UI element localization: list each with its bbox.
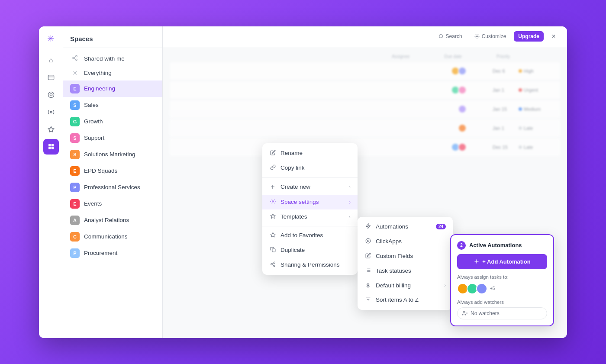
menu-item-sharing[interactable]: Sharing & Permissions bbox=[262, 258, 358, 272]
menu-item-label: Copy link bbox=[280, 164, 305, 171]
spaces-icon[interactable] bbox=[43, 139, 59, 155]
customfields-icon bbox=[364, 253, 371, 260]
menu-item-clickapps[interactable]: ClickApps bbox=[358, 234, 453, 249]
goals-icon[interactable] bbox=[43, 87, 59, 103]
customize-icon bbox=[474, 34, 480, 39]
menu-item-label: Templates bbox=[280, 213, 307, 220]
sidebar-item-events[interactable]: E Events bbox=[63, 196, 162, 212]
sidebar-item-label: Events bbox=[84, 200, 102, 207]
space-letter-icon: S bbox=[70, 133, 80, 143]
menu-item-automations[interactable]: Automations 24 bbox=[358, 219, 453, 234]
app-window: ✳ ⌂ Spaces Shared with me ✳ Everyt bbox=[39, 26, 567, 338]
svg-point-14 bbox=[439, 35, 442, 38]
menu-item-customfields[interactable]: Custom Fields bbox=[358, 249, 453, 264]
col-duedate: Due date bbox=[444, 54, 462, 59]
panel-header: 2 Active Automations bbox=[457, 241, 547, 250]
icon-sidebar: ✳ ⌂ bbox=[39, 26, 63, 338]
top-bar: Search Customize Upgrade ✕ bbox=[163, 26, 567, 47]
sidebar-item-growth[interactable]: G Growth bbox=[63, 113, 162, 130]
svg-rect-6 bbox=[51, 144, 53, 146]
add-automation-label: + Add Automation bbox=[482, 258, 530, 265]
app-logo: ✳ bbox=[47, 33, 55, 44]
duplicate-icon bbox=[269, 247, 276, 254]
home-icon[interactable]: ⌂ bbox=[43, 52, 59, 68]
sidebar-item-engineering[interactable]: E Engineering bbox=[63, 81, 162, 97]
sidebar-item-professional[interactable]: P Professional Services bbox=[63, 179, 162, 196]
sidebar-item-label: Professional Services bbox=[84, 184, 140, 190]
add-automation-button[interactable]: + Add Automation bbox=[457, 254, 547, 269]
customize-button[interactable]: Customize bbox=[470, 31, 511, 42]
svg-point-15 bbox=[476, 36, 477, 37]
upgrade-label: Upgrade bbox=[518, 33, 539, 39]
inbox-icon[interactable] bbox=[43, 70, 59, 85]
menu-item-sortitems[interactable]: Sort items A to Z bbox=[358, 293, 453, 307]
table-row: Jan 1 Late bbox=[170, 119, 560, 137]
menu-item-label: Space settings bbox=[280, 199, 319, 205]
sidebar-item-sales[interactable]: S Sales bbox=[63, 97, 162, 113]
sidebar-item-label: Everything bbox=[84, 70, 112, 76]
menu-item-label: Sharing & Permissions bbox=[280, 261, 340, 268]
sidebar-item-everything[interactable]: ✳ Everything bbox=[63, 66, 162, 81]
avatar bbox=[458, 105, 467, 113]
search-icon bbox=[438, 34, 444, 39]
no-watchers-label: No watchers bbox=[471, 310, 500, 316]
upgrade-button[interactable]: Upgrade bbox=[514, 31, 544, 42]
row-avatars bbox=[458, 124, 467, 132]
svg-line-12 bbox=[74, 58, 76, 59]
panel-title: Active Automations bbox=[469, 242, 522, 248]
row-avatars bbox=[453, 86, 467, 94]
menu-item-duplicate[interactable]: Duplicate bbox=[262, 243, 358, 258]
menu-item-copylink[interactable]: Copy link bbox=[262, 161, 358, 175]
space-settings-context-menu: Automations 24 ClickApps Custom Fields bbox=[358, 217, 453, 310]
customize-label: Customize bbox=[482, 33, 506, 39]
automations-panel: 2 Active Automations + Add Automation Al… bbox=[450, 234, 554, 326]
menu-item-label: Create new bbox=[280, 184, 310, 190]
panel-avatars: +5 bbox=[457, 283, 547, 294]
menu-item-label: Duplicate bbox=[280, 247, 305, 253]
spaces-sidebar: Spaces Shared with me ✳ Everything E Eng… bbox=[63, 26, 163, 338]
svg-marker-25 bbox=[366, 224, 370, 229]
menu-item-createnew[interactable]: + Create new › bbox=[262, 179, 358, 195]
no-watchers-button[interactable]: No watchers bbox=[457, 307, 547, 319]
search-button[interactable]: Search bbox=[434, 31, 467, 42]
main-context-menu: Rename Copy link + Create new › Space se… bbox=[262, 143, 358, 275]
chevron-right-icon: › bbox=[349, 184, 351, 190]
spaces-header: Spaces bbox=[63, 26, 162, 48]
sidebar-item-support[interactable]: S Support bbox=[63, 130, 162, 146]
priority-cell: Late bbox=[519, 145, 553, 150]
menu-item-label: Task statuses bbox=[376, 267, 411, 274]
close-button[interactable]: ✕ bbox=[547, 31, 560, 42]
sidebar-item-procurement[interactable]: P Procurement bbox=[63, 245, 162, 261]
sidebar-item-label: Solutions Marketing bbox=[84, 151, 135, 158]
menu-item-defaultbilling[interactable]: $ Default billing › bbox=[358, 278, 453, 293]
favorites-icon[interactable] bbox=[43, 122, 59, 137]
svg-point-1 bbox=[48, 92, 54, 97]
menu-item-templates[interactable]: Templates › bbox=[262, 209, 358, 224]
sidebar-item-label: Procurement bbox=[84, 250, 117, 256]
sidebar-item-shared[interactable]: Shared with me bbox=[63, 52, 162, 66]
sidebar-item-communications[interactable]: C Communications bbox=[63, 229, 162, 245]
svg-rect-5 bbox=[48, 144, 51, 146]
menu-item-label: ClickApps bbox=[376, 238, 402, 245]
sidebar-item-analyst[interactable]: A Analyst Relations bbox=[63, 212, 162, 229]
menu-item-rename[interactable]: Rename bbox=[262, 146, 358, 161]
table-row: Dec 15 Late bbox=[170, 139, 560, 156]
priority-cell: High bbox=[519, 68, 553, 74]
menu-item-taskstatuses[interactable]: Task statuses bbox=[358, 264, 453, 278]
close-icon: ✕ bbox=[551, 33, 556, 39]
sidebar-item-epd[interactable]: E EPD Squads bbox=[63, 163, 162, 179]
clickapps-icon bbox=[364, 238, 371, 245]
space-letter-icon: S bbox=[70, 100, 80, 110]
svg-marker-17 bbox=[271, 214, 275, 218]
asterisk-icon: ✳ bbox=[70, 69, 80, 77]
menu-item-favorites[interactable]: Add to Favorites bbox=[262, 228, 358, 243]
chat-icon[interactable] bbox=[43, 104, 59, 120]
menu-item-spacesettings[interactable]: Space settings › bbox=[262, 195, 358, 209]
sidebar-item-label: Communications bbox=[84, 233, 128, 240]
avatar-extra-count: +5 bbox=[490, 286, 495, 291]
assign-tasks-label: Always assign tasks to: bbox=[457, 274, 547, 280]
svg-point-22 bbox=[274, 265, 275, 266]
sidebar-item-solutions[interactable]: S Solutions Marketing bbox=[63, 146, 162, 163]
priority-cell: Urgent bbox=[519, 87, 553, 93]
due-date: Dec 15 bbox=[493, 145, 519, 150]
